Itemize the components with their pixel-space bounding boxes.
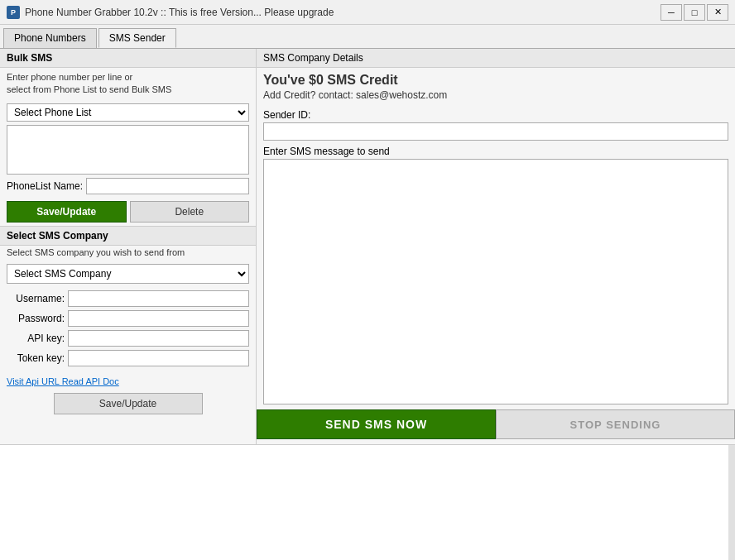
- password-row: Password:: [7, 310, 249, 327]
- bottom-scrollbar[interactable]: [728, 445, 735, 560]
- tab-phone-numbers[interactable]: Phone Numbers: [3, 28, 97, 48]
- phonelist-name-input[interactable]: [86, 178, 249, 194]
- token-key-label: Token key:: [7, 352, 65, 364]
- save-update-bottom-row: Save/Update: [0, 390, 256, 418]
- delete-button[interactable]: Delete: [130, 201, 250, 223]
- phonelist-name-label: PhoneList Name:: [7, 180, 83, 192]
- save-delete-row: Save/Update Delete: [0, 198, 256, 226]
- form-fields: Username: Password: API key: Token key:: [0, 287, 256, 373]
- sms-message-label: Enter SMS message to send: [257, 142, 735, 159]
- maximize-button[interactable]: □: [684, 4, 705, 21]
- phonelist-name-row: PhoneList Name:: [0, 175, 256, 198]
- sender-id-section: Sender ID:: [257, 106, 735, 142]
- select-sms-company-desc: Select SMS company you wish to send from: [0, 246, 256, 261]
- phone-list-textarea-container: [7, 125, 249, 175]
- phone-list-textarea[interactable]: [7, 125, 249, 175]
- phone-list-dropdown-row: Select Phone List: [0, 100, 256, 125]
- bottom-area: [0, 444, 735, 560]
- close-button[interactable]: ✕: [707, 4, 728, 21]
- content-area: Bulk SMS Enter phone number per line or …: [0, 49, 735, 444]
- credit-contact: Add Credit? contact: sales@wehostz.com: [263, 89, 728, 101]
- token-key-input[interactable]: [68, 350, 249, 366]
- username-row: Username:: [7, 290, 249, 307]
- tab-sms-sender[interactable]: SMS Sender: [98, 28, 176, 48]
- minimize-button[interactable]: ─: [661, 4, 682, 21]
- save-update-bottom-button[interactable]: Save/Update: [54, 393, 203, 414]
- save-update-button[interactable]: Save/Update: [7, 201, 127, 223]
- username-input[interactable]: [68, 290, 249, 307]
- phone-list-dropdown[interactable]: Select Phone List: [7, 103, 249, 122]
- title-bar-text: Phone Number Grabber 10.2v :: This is fr…: [25, 7, 661, 18]
- username-label: Username:: [7, 293, 65, 304]
- right-panel: SMS Company Details You've $0 SMS Credit…: [257, 49, 735, 444]
- sms-message-area: [263, 159, 728, 404]
- sms-company-dropdown-row: Select SMS Company: [0, 261, 256, 287]
- stop-sending-button[interactable]: STOP SENDING: [496, 409, 735, 439]
- sms-company-details-header: SMS Company Details: [257, 49, 735, 68]
- title-bar: P Phone Number Grabber 10.2v :: This is …: [0, 0, 735, 25]
- select-sms-company-header: Select SMS Company: [0, 226, 256, 246]
- sender-id-label: Sender ID:: [263, 109, 728, 121]
- credit-info: You've $0 SMS Credit Add Credit? contact…: [257, 68, 735, 106]
- send-now-button[interactable]: SEND SMS NOW: [257, 409, 496, 439]
- api-key-row: API key:: [7, 330, 249, 347]
- visit-api-link[interactable]: Visit Api URL Read API Doc: [0, 373, 256, 390]
- sender-id-input[interactable]: [263, 122, 728, 141]
- app-icon: P: [7, 6, 20, 19]
- api-key-input[interactable]: [68, 330, 249, 347]
- token-key-row: Token key:: [7, 350, 249, 366]
- sms-company-dropdown[interactable]: Select SMS Company: [7, 264, 249, 284]
- send-buttons-row: SEND SMS NOW STOP SENDING: [257, 404, 735, 444]
- password-label: Password:: [7, 313, 65, 324]
- api-key-label: API key:: [7, 333, 65, 344]
- bulk-sms-description: Enter phone number per line or select fr…: [0, 68, 256, 100]
- password-input[interactable]: [68, 310, 249, 327]
- window-controls: ─ □ ✕: [661, 4, 728, 21]
- left-panel: Bulk SMS Enter phone number per line or …: [0, 49, 257, 444]
- tab-bar: Phone Numbers SMS Sender: [0, 25, 735, 49]
- credit-amount: You've $0 SMS Credit: [263, 73, 728, 88]
- window-body: Phone Numbers SMS Sender Bulk SMS Enter …: [0, 25, 735, 560]
- bulk-sms-header: Bulk SMS: [0, 49, 256, 68]
- sms-message-textarea[interactable]: [263, 159, 728, 404]
